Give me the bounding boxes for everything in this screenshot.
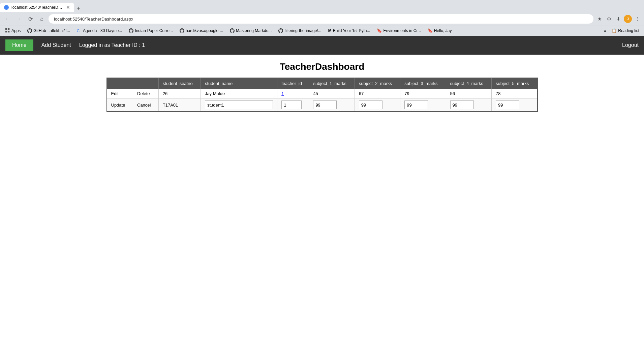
row1-sub2: 67	[355, 89, 400, 98]
github-icon-1	[27, 28, 32, 33]
bookmark-github-1-label: GitHub - atlekbai/T...	[33, 28, 70, 33]
subject-2-input[interactable]	[359, 100, 382, 109]
github-icon-4	[230, 28, 235, 33]
row1-sub1: 45	[309, 89, 355, 98]
row1-teacher-id: 1	[277, 89, 309, 98]
cancel-button[interactable]: Cancel	[137, 103, 151, 108]
star-icon[interactable]: ★	[595, 15, 604, 23]
bookmark-github-4-label: Mastering Markdo...	[236, 28, 272, 33]
home-button[interactable]: ⌂	[37, 14, 47, 24]
row1-sub5: 78	[492, 89, 538, 98]
bookmarks-bar: Apps GitHub - atlekbai/T... G Agenda - 3…	[0, 26, 644, 36]
logged-in-text: Logged in as Teacher ID : 1	[79, 42, 622, 48]
more-bookmarks-button[interactable]: »	[602, 28, 609, 34]
github-icon-3	[180, 28, 184, 33]
new-tab-button[interactable]: +	[74, 5, 83, 12]
add-student-nav-button[interactable]: Add Student	[41, 42, 71, 48]
tab-close-button[interactable]: ✕	[66, 5, 70, 10]
student-table: student_seatno student_name teacher_id s…	[106, 78, 538, 112]
reading-list-label: Reading list	[618, 28, 639, 33]
svg-text:G: G	[77, 29, 80, 33]
row1-sub4: 56	[446, 89, 491, 98]
subject-5-input[interactable]	[496, 100, 519, 109]
bookmark-medium[interactable]: M Build Your 1st Pyth...	[326, 28, 373, 34]
github-icon-5	[278, 28, 283, 33]
bookmark-github-5-label: filtering-the-image/...	[284, 28, 321, 33]
page-title: TeacherDashboard	[7, 61, 637, 72]
row2-sub4-cell	[446, 98, 491, 112]
address-bar: ← → ⟳ ⌂ ★ ⚙ ⬇ J ⋮	[0, 12, 644, 26]
download-icon[interactable]: ⬇	[614, 15, 622, 23]
row1-name: Jay Malde	[201, 89, 277, 98]
row2-sub5-cell	[492, 98, 538, 112]
bookmark-github-3-label: hardikvasa/google-...	[186, 28, 223, 33]
delete-cell: Delete	[133, 89, 159, 98]
bookmark-google[interactable]: G Agenda - 30 Days o...	[74, 28, 125, 34]
bookmark-google-label: Agenda - 30 Days o...	[83, 28, 122, 33]
forward-button[interactable]: →	[14, 14, 24, 24]
table-row-2-edit: Update Cancel T17A01	[107, 98, 538, 112]
bookmark-env-label: Environments in Cr...	[383, 28, 421, 33]
edit-cell: Edit	[107, 89, 133, 98]
student-name-input[interactable]	[205, 100, 273, 109]
th-student-seatno: student_seatno	[158, 78, 201, 89]
th-actions	[107, 78, 159, 89]
back-button[interactable]: ←	[3, 14, 12, 24]
bookmark-icon-1: 🔖	[377, 28, 382, 33]
svg-rect-3	[8, 31, 9, 32]
bookmark-github-3[interactable]: hardikvasa/google-...	[177, 28, 226, 34]
subject-4-input[interactable]	[450, 100, 474, 109]
table-header-row: student_seatno student_name teacher_id s…	[107, 78, 538, 89]
bookmark-github-2-label: Indian-Paper-Curre...	[135, 28, 173, 33]
main-content: TeacherDashboard student_seatno student_…	[0, 55, 644, 119]
active-tab[interactable]: localhost:52540/TeacherDashbo... ✕	[0, 3, 74, 12]
subject-1-input[interactable]	[313, 100, 337, 109]
row2-seatno: T17A01	[158, 98, 201, 112]
logout-button[interactable]: Logout	[622, 42, 639, 48]
row2-teacher-id-cell	[277, 98, 309, 112]
teacher-id-link[interactable]: 1	[281, 91, 284, 96]
svg-rect-2	[5, 31, 7, 32]
bookmark-env[interactable]: 🔖 Environments in Cr...	[374, 28, 423, 34]
th-subject-5: subject_5_marks	[492, 78, 538, 89]
bookmark-medium-label: Build Your 1st Pyth...	[333, 28, 370, 33]
th-subject-2: subject_2_marks	[355, 78, 400, 89]
update-cell: Update	[107, 98, 133, 112]
update-button[interactable]: Update	[111, 103, 125, 108]
bookmark-apps[interactable]: Apps	[3, 28, 23, 34]
apps-grid-icon	[5, 28, 10, 33]
bookmark-apps-label: Apps	[11, 28, 21, 33]
subject-3-input[interactable]	[404, 100, 428, 109]
app-navbar: Home Add Student Logged in as Teacher ID…	[0, 36, 644, 55]
menu-icon[interactable]: ⋮	[633, 15, 641, 23]
row1-sub3: 79	[400, 89, 446, 98]
bookmark-github-5[interactable]: filtering-the-image/...	[276, 28, 324, 34]
th-subject-1: subject_1_marks	[309, 78, 355, 89]
teacher-id-input[interactable]	[281, 100, 302, 109]
th-subject-4: subject_4_marks	[446, 78, 491, 89]
url-input[interactable]	[49, 14, 593, 24]
th-student-name: student_name	[201, 78, 277, 89]
row2-sub2-cell	[355, 98, 400, 112]
row2-name-cell	[201, 98, 277, 112]
bookmark-icon-2: 🔖	[428, 28, 433, 33]
bookmark-github-2[interactable]: Indian-Paper-Curre...	[126, 28, 176, 34]
svg-rect-1	[8, 28, 9, 30]
th-teacher-id: teacher_id	[277, 78, 309, 89]
bookmark-hello[interactable]: 🔖 Hello, Jay	[425, 28, 455, 34]
delete-button[interactable]: Delete	[137, 91, 150, 96]
medium-icon: M	[328, 28, 332, 33]
reload-button[interactable]: ⟳	[26, 14, 35, 24]
bookmark-github-1[interactable]: GitHub - atlekbai/T...	[25, 28, 73, 34]
table-row-1: Edit Delete 26 Jay Malde 1 45 67 79 56 7…	[107, 89, 538, 98]
extensions-icon[interactable]: ⚙	[605, 15, 613, 23]
bookmark-github-4[interactable]: Mastering Markdo...	[227, 28, 274, 34]
home-nav-button[interactable]: Home	[5, 39, 33, 51]
user-avatar[interactable]: J	[624, 15, 632, 23]
edit-button[interactable]: Edit	[111, 91, 119, 96]
google-icon: G	[77, 28, 82, 33]
th-subject-3: subject_3_marks	[400, 78, 446, 89]
reading-list-button[interactable]: 📋 Reading list	[610, 28, 641, 34]
tab-title: localhost:52540/TeacherDashbo...	[11, 5, 63, 10]
svg-rect-0	[5, 28, 7, 30]
